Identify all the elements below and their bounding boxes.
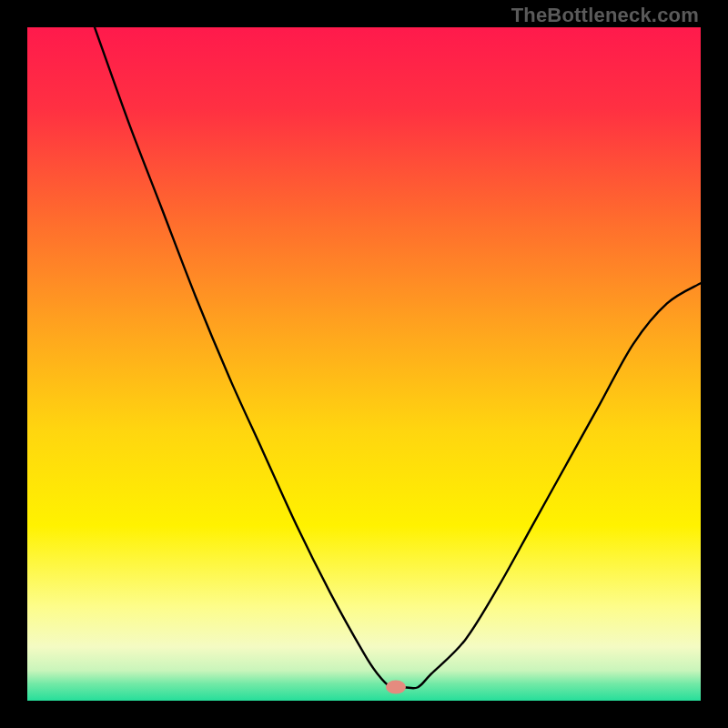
plot-area [27, 27, 701, 701]
bottleneck-curve [27, 27, 701, 701]
watermark-text: TheBottleneck.com [511, 4, 699, 27]
minimum-marker [386, 681, 406, 694]
chart-frame: TheBottleneck.com [0, 0, 728, 728]
